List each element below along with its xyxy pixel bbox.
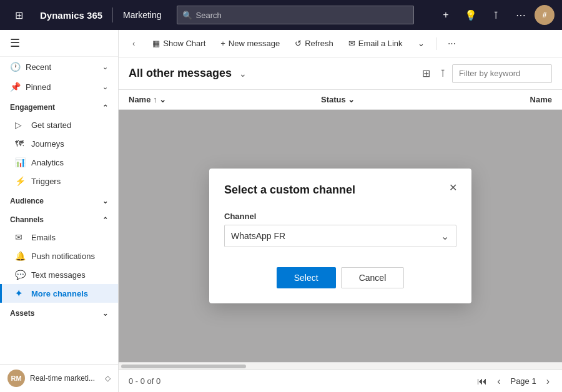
nav-divider bbox=[112, 7, 113, 22]
prev-page-button[interactable]: ‹ bbox=[495, 375, 503, 388]
cancel-button[interactable]: Cancel bbox=[341, 267, 405, 288]
pin-icon: 📌 bbox=[10, 82, 21, 92]
analytics-icon: 📊 bbox=[15, 157, 25, 167]
search-box[interactable]: 🔍 bbox=[177, 6, 414, 24]
first-page-button[interactable]: ⏮ bbox=[475, 375, 490, 388]
sidebar-item-get-started[interactable]: ▷ Get started bbox=[0, 115, 118, 134]
pinned-chevron: ⌄ bbox=[102, 83, 108, 91]
journeys-label: Journeys bbox=[31, 139, 64, 149]
dropdown-button[interactable]: ⌄ bbox=[412, 36, 431, 51]
get-started-label: Get started bbox=[31, 120, 71, 130]
pinned-label: Pinned bbox=[26, 82, 51, 92]
clock-icon: 🕐 bbox=[10, 62, 21, 72]
close-icon: ✕ bbox=[449, 182, 457, 194]
filter-view-button[interactable]: ⊺ bbox=[437, 64, 448, 82]
triggers-icon: ⚡ bbox=[15, 176, 25, 186]
page-label: Page 1 bbox=[510, 376, 536, 386]
sidebar-item-journeys[interactable]: 🗺 Journeys bbox=[0, 134, 118, 153]
filter-button[interactable]: ⊺ bbox=[485, 4, 507, 26]
back-icon: ‹ bbox=[132, 39, 135, 48]
plus-icon: + bbox=[220, 39, 225, 48]
select-button[interactable]: Select bbox=[277, 267, 336, 288]
add-button[interactable]: + bbox=[435, 4, 457, 26]
engagement-header: Engagement ⌃ bbox=[0, 97, 118, 115]
modal-overlay: Select a custom channel ✕ Channel WhatsA… bbox=[119, 110, 562, 362]
more-channels-label: More channels bbox=[31, 289, 88, 298]
view-title-dropdown[interactable]: ⌄ bbox=[239, 69, 247, 79]
assets-label: Assets bbox=[10, 309, 34, 318]
command-bar: ‹ ▦ Show Chart + New message ↺ Refresh ✉… bbox=[119, 30, 562, 57]
lightbulb-button[interactable]: 💡 bbox=[460, 4, 482, 26]
more-actions-button[interactable]: ⋯ bbox=[441, 36, 462, 51]
channels-label: Channels bbox=[10, 215, 44, 224]
channel-select[interactable]: WhatsApp FR WhatsApp EN Telegram bbox=[224, 225, 456, 247]
sidebar-item-text-messages[interactable]: 💬 Text messages bbox=[0, 265, 118, 284]
push-notif-icon: 🔔 bbox=[15, 251, 25, 261]
email-icon: ✉ bbox=[348, 39, 355, 48]
waffle-menu-button[interactable]: ⊞ bbox=[7, 4, 30, 26]
search-input[interactable] bbox=[196, 11, 408, 20]
top-navigation: ⊞ Dynamics 365 Marketing 🔍 + 💡 ⊺ ⋯ # bbox=[0, 0, 562, 30]
view-title: All other messages bbox=[129, 67, 232, 80]
filter-input[interactable] bbox=[452, 64, 552, 83]
channels-header: Channels ⌃ bbox=[0, 209, 118, 228]
back-button[interactable]: ‹ bbox=[126, 36, 141, 51]
more-options-button[interactable]: ⋯ bbox=[510, 4, 532, 26]
workspace-name: Real-time marketi... bbox=[30, 374, 95, 383]
user-avatar[interactable]: # bbox=[535, 5, 555, 25]
status-sort-icon: ⌄ bbox=[348, 95, 355, 104]
sidebar-item-triggers[interactable]: ⚡ Triggers bbox=[0, 172, 118, 190]
sidebar-toggle[interactable]: ☰ bbox=[0, 30, 118, 57]
content-body: Select a custom channel ✕ Channel WhatsA… bbox=[119, 110, 562, 362]
select-channel-dialog: Select a custom channel ✕ Channel WhatsA… bbox=[209, 169, 471, 303]
horizontal-scrollbar[interactable] bbox=[119, 362, 562, 370]
table-header: Name ↑ ⌄ Status ⌄ Name bbox=[119, 90, 562, 110]
workspace-icon: ◇ bbox=[105, 374, 111, 383]
search-icon: 🔍 bbox=[182, 11, 192, 20]
sidebar-item-pinned[interactable]: 📌 Pinned ⌄ bbox=[0, 77, 118, 97]
top-nav-actions: + 💡 ⊺ ⋯ # bbox=[435, 4, 555, 26]
recent-chevron: ⌄ bbox=[102, 63, 108, 71]
next-page-button[interactable]: › bbox=[544, 375, 552, 388]
more-channels-icon: ✦ bbox=[15, 288, 25, 298]
name-sort-icon: ↑ ⌄ bbox=[153, 95, 166, 104]
new-message-button[interactable]: + New message bbox=[214, 36, 286, 51]
name-column-header[interactable]: Name ↑ ⌄ bbox=[129, 95, 316, 104]
sidebar-item-more-channels[interactable]: ✦ More channels bbox=[0, 284, 118, 303]
sidebar-item-push-notifications[interactable]: 🔔 Push notifications bbox=[0, 247, 118, 265]
refresh-label: Refresh bbox=[305, 39, 333, 48]
channels-chevron[interactable]: ⌃ bbox=[102, 216, 108, 224]
grid-view-button[interactable]: ⊞ bbox=[419, 64, 433, 82]
app-module-label: Marketing bbox=[118, 10, 166, 20]
assets-chevron[interactable]: ⌄ bbox=[102, 310, 108, 318]
more-icon: ⋯ bbox=[448, 39, 456, 48]
text-msg-icon: 💬 bbox=[15, 270, 25, 280]
dialog-actions: Select Cancel bbox=[224, 267, 456, 288]
sidebar-bottom[interactable]: RM Real-time marketi... ◇ bbox=[0, 364, 118, 392]
sidebar-item-recent[interactable]: 🕐 Recent ⌄ bbox=[0, 57, 118, 77]
get-started-icon: ▷ bbox=[15, 120, 25, 130]
engagement-label: Engagement bbox=[10, 103, 55, 112]
status-column-header[interactable]: Status ⌄ bbox=[321, 95, 485, 104]
view-header: All other messages ⌄ ⊞ ⊺ bbox=[119, 57, 562, 90]
sidebar-item-emails[interactable]: ✉ Emails bbox=[0, 228, 118, 247]
cmd-separator bbox=[436, 37, 436, 50]
email-link-button[interactable]: ✉ Email a Link bbox=[342, 36, 409, 51]
dialog-close-button[interactable]: ✕ bbox=[444, 179, 461, 196]
app-brand: Dynamics 365 bbox=[35, 10, 107, 21]
pagination-bar: 0 - 0 of 0 ⏮ ‹ Page 1 › bbox=[119, 370, 562, 392]
sidebar-item-analytics[interactable]: 📊 Analytics bbox=[0, 153, 118, 172]
audience-label: Audience bbox=[10, 197, 44, 205]
show-chart-button[interactable]: ▦ Show Chart bbox=[146, 36, 212, 51]
scrollbar-thumb[interactable] bbox=[121, 365, 246, 368]
main-layout: ☰ 🕐 Recent ⌄ 📌 Pinned ⌄ Engagement ⌃ ▷ G… bbox=[0, 30, 562, 392]
show-chart-label: Show Chart bbox=[163, 39, 205, 48]
sidebar: ☰ 🕐 Recent ⌄ 📌 Pinned ⌄ Engagement ⌃ ▷ G… bbox=[0, 30, 119, 392]
engagement-chevron[interactable]: ⌃ bbox=[102, 104, 108, 112]
new-message-label: New message bbox=[229, 39, 280, 48]
refresh-button[interactable]: ↺ Refresh bbox=[288, 36, 340, 51]
journeys-icon: 🗺 bbox=[15, 139, 25, 149]
name2-column-header: Name bbox=[490, 95, 552, 104]
audience-chevron[interactable]: ⌄ bbox=[102, 197, 108, 205]
refresh-icon: ↺ bbox=[295, 39, 302, 48]
